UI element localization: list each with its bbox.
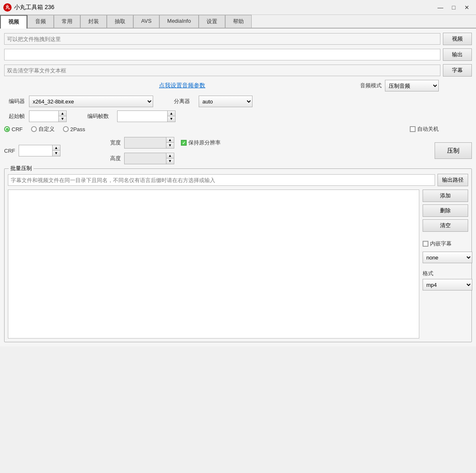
crf-radio-circle [4, 126, 10, 132]
frames-row: 起始帧 0 ▲ ▼ 编码帧数 0 ▲ ▼ [4, 110, 472, 122]
crf-down[interactable]: ▼ [53, 151, 60, 156]
tab-mediainfo[interactable]: MediaInfo [159, 15, 199, 28]
crf-spinner-btns: ▲ ▼ [52, 145, 60, 156]
auto-shutdown-checkbox[interactable]: 自动关机 [410, 125, 439, 133]
batch-list[interactable] [8, 190, 419, 339]
main-content: 视频 输出 字幕 点我设置音频参数 音频模式 压制音频 复制音频 无音频 编码器… [0, 29, 476, 346]
mode-custom[interactable]: 自定义 [31, 125, 55, 133]
tab-bar: 视频 音频 常用 封装 抽取 AVS MediaInfo 设置 帮助 [0, 15, 476, 29]
add-button[interactable]: 添加 [423, 190, 468, 202]
delete-button[interactable]: 删除 [423, 204, 468, 217]
tab-settings[interactable]: 设置 [199, 15, 225, 28]
width-up[interactable]: ▲ [166, 137, 174, 143]
separator-select[interactable]: auto LSMASHSource FFmpegSource [199, 96, 252, 107]
crf-input[interactable]: 23.5 [19, 145, 52, 156]
output-path-button[interactable]: 输出路径 [438, 174, 468, 186]
clear-button[interactable]: 清空 [423, 219, 468, 232]
width-label: 宽度 [110, 139, 121, 146]
tab-extract[interactable]: 抽取 [107, 15, 133, 28]
title-bar-text: 小丸工具箱 236 [14, 4, 435, 11]
audio-params-link[interactable]: 点我设置音频参数 [159, 82, 205, 89]
custom-radio-label: 自定义 [38, 125, 55, 133]
batch-section: 批量压制 输出路径 添加 删除 清空 内嵌字幕 none [4, 168, 472, 342]
mode-2pass[interactable]: 2Pass [63, 126, 85, 132]
app-icon: 丸 [3, 3, 12, 12]
compress-button[interactable]: 压制 [435, 142, 472, 159]
height-down[interactable]: ▼ [166, 158, 174, 164]
encode-frames-down[interactable]: ▼ [168, 116, 175, 122]
output-input[interactable] [4, 49, 440, 60]
batch-controls: 添加 删除 清空 内嵌字幕 none zh en jp 格式 [423, 190, 468, 339]
width-spinner[interactable]: 0 ▲ ▼ [124, 137, 174, 149]
height-spinner[interactable]: 0 ▲ ▼ [124, 153, 174, 164]
format-group: 格式 mp4 mkv ts mov [423, 270, 468, 291]
start-frame-up[interactable]: ▲ [59, 111, 66, 116]
keep-resolution-label: 保持原分辨率 [188, 139, 221, 146]
tab-pack[interactable]: 封装 [80, 15, 107, 28]
embed-subtitle-checkbox[interactable]: 内嵌字幕 [423, 240, 468, 247]
encoder-select[interactable]: x264_32-8bit.exe x264_64-8bit.exe x265_3… [29, 96, 153, 107]
encode-frames-input[interactable]: 0 [118, 111, 167, 122]
width-spinner-btns: ▲ ▼ [166, 137, 174, 148]
dimensions-group: 宽度 0 ▲ ▼ ✓ 保持原分辨率 高度 0 [110, 137, 221, 164]
crf-radio-dot [6, 128, 9, 131]
width-down[interactable]: ▼ [166, 143, 174, 148]
crf-group: CRF 23.5 ▲ ▼ [4, 145, 60, 156]
keep-resolution-checkbox[interactable]: ✓ 保持原分辨率 [181, 139, 221, 146]
start-frame-spinner[interactable]: 0 ▲ ▼ [29, 110, 67, 122]
start-frame-input[interactable]: 0 [29, 111, 58, 122]
height-spinner-btns: ▲ ▼ [166, 153, 174, 164]
width-input[interactable]: 0 [125, 137, 166, 148]
encode-frames-spinner-btns: ▲ ▼ [167, 111, 175, 122]
video-input-row: 视频 [4, 33, 472, 45]
format-select[interactable]: mp4 mkv ts mov [423, 279, 472, 291]
embed-subtitle-label: 内嵌字幕 [430, 240, 452, 247]
tab-audio[interactable]: 音频 [27, 15, 54, 28]
audio-mode-label: 音频模式 [360, 82, 382, 89]
subtitle-dropdown[interactable]: none zh en jp [423, 252, 472, 263]
output-button[interactable]: 输出 [443, 48, 472, 61]
mode-crf[interactable]: CRF [4, 126, 23, 132]
crf-up[interactable]: ▲ [53, 145, 60, 151]
close-button[interactable]: ✕ [461, 3, 473, 12]
video-input[interactable] [4, 33, 440, 45]
twopass-radio-circle [63, 126, 69, 132]
tab-help[interactable]: 帮助 [225, 15, 252, 28]
crf-spinner[interactable]: 23.5 ▲ ▼ [19, 145, 60, 156]
encoder-label: 编码器 [4, 98, 25, 105]
auto-shutdown-box [410, 126, 416, 132]
start-frame-down[interactable]: ▼ [59, 116, 66, 122]
height-label: 高度 [110, 155, 121, 162]
title-bar: 丸 小丸工具箱 236 — □ ✕ [0, 0, 476, 15]
keep-resolution-box: ✓ [181, 140, 187, 146]
height-up[interactable]: ▲ [166, 153, 174, 158]
format-label: 格式 [423, 270, 468, 277]
mode-radio-group: CRF 自定义 2Pass [4, 125, 85, 133]
batch-path-hint[interactable] [8, 174, 435, 186]
height-input[interactable]: 0 [125, 153, 166, 164]
encoder-row: 编码器 x264_32-8bit.exe x264_64-8bit.exe x2… [4, 96, 472, 107]
audio-mode-select[interactable]: 压制音频 复制音频 无音频 [385, 80, 439, 91]
start-frame-spinner-btns: ▲ ▼ [58, 111, 66, 122]
maximize-button[interactable]: □ [448, 3, 459, 12]
embed-subtitle-box [423, 241, 428, 247]
output-input-row: 输出 [4, 48, 472, 61]
video-button[interactable]: 视频 [443, 33, 472, 45]
tab-common[interactable]: 常用 [54, 15, 80, 28]
auto-shutdown-label: 自动关机 [417, 125, 439, 133]
subtitle-input[interactable] [4, 65, 440, 76]
batch-section-label: 批量压制 [9, 165, 34, 172]
minimize-button[interactable]: — [435, 3, 446, 12]
subtitle-button[interactable]: 字幕 [443, 64, 472, 77]
start-frame-label: 起始帧 [4, 113, 25, 120]
encode-frames-label: 编码帧数 [87, 113, 109, 120]
twopass-radio-label: 2Pass [70, 126, 85, 132]
encode-frames-up[interactable]: ▲ [168, 111, 175, 116]
separator-label: 分离器 [174, 98, 195, 105]
tab-video[interactable]: 视频 [0, 15, 27, 29]
batch-path-row: 输出路径 [8, 174, 468, 186]
tab-avs[interactable]: AVS [133, 15, 159, 28]
encode-frames-spinner[interactable]: 0 ▲ ▼ [117, 110, 175, 122]
subtitle-input-row: 字幕 [4, 64, 472, 77]
title-bar-controls: — □ ✕ [435, 3, 473, 12]
